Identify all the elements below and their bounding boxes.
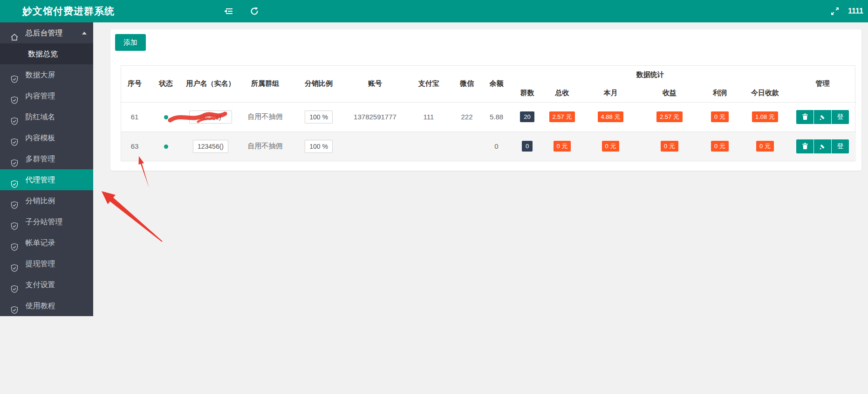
- sidebar-item-label: 代理管理: [25, 176, 55, 184]
- cell-alipay: 111: [405, 102, 452, 131]
- profit-badge: 0 元: [711, 141, 729, 152]
- col-header-today-income: 今日收款: [741, 84, 789, 102]
- shield-check-icon: [10, 196, 19, 205]
- this-month-badge: 0 元: [602, 141, 620, 152]
- sidebar-item-admin-root[interactable]: 总后台管理: [0, 22, 93, 43]
- sidebar-item-content-manage[interactable]: 内容管理: [0, 85, 93, 106]
- earnings-badge: 0 元: [661, 141, 678, 152]
- refresh-icon[interactable]: [250, 7, 259, 16]
- delete-button[interactable]: [796, 139, 813, 153]
- total-income-badge: 0 元: [554, 141, 571, 152]
- status-dot-icon: [164, 115, 168, 119]
- ratio-box[interactable]: 100 %: [305, 111, 333, 124]
- group-count-badge: 20: [520, 111, 534, 122]
- this-month-badge: 4.88 元: [598, 111, 624, 122]
- sidebar: 总后台管理 数据总览 数据大屏 内容管理 防红域名: [0, 22, 93, 316]
- app-title: 妙文馆付费进群系统: [22, 0, 115, 22]
- ratio-box[interactable]: 100 %: [305, 140, 333, 153]
- sidebar-item-content-template[interactable]: 内容模板: [0, 127, 93, 148]
- cell-account: 13782591777: [345, 102, 405, 131]
- agent-table-card: 添加 序号 状态 用户名（实名） 所属群组 分: [110, 29, 861, 171]
- col-header-balance: 余额: [482, 66, 511, 102]
- shield-check-icon: [10, 91, 19, 100]
- trash-icon: [802, 113, 808, 120]
- pencil-icon: [820, 143, 826, 150]
- fullscreen-icon[interactable]: [830, 7, 840, 16]
- table-row: 63 123456() 自用不抽佣 100 % 0 0 0 元 0 元 0 元: [121, 131, 856, 161]
- sidebar-item-antired-domain[interactable]: 防红域名: [0, 106, 93, 127]
- sidebar-item-substation[interactable]: 子分站管理: [0, 211, 93, 232]
- cell-balance: 5.88: [482, 102, 511, 131]
- username-box[interactable]: 123456(): [193, 140, 228, 153]
- cell-group: 自用不抽佣: [238, 131, 293, 161]
- login-as-button[interactable]: 登: [832, 110, 849, 124]
- sidebar-item-label: 使用教程: [25, 302, 55, 310]
- main-content: 添加 序号 状态 用户名（实名） 所属群组 分: [93, 22, 868, 394]
- sidebar-item-label: 内容模板: [25, 134, 55, 142]
- sidebar-item-bill-record[interactable]: 帐单记录: [0, 232, 93, 253]
- col-header-total-income: 总收: [543, 84, 581, 102]
- sidebar-item-agent-manage[interactable]: 代理管理: [0, 169, 93, 190]
- pencil-icon: [820, 114, 826, 120]
- sidebar-item-withdraw-manage[interactable]: 提现管理: [0, 253, 93, 274]
- trash-icon: [802, 143, 808, 150]
- cell-seq: 63: [121, 131, 148, 161]
- shield-check-icon: [10, 259, 19, 268]
- col-header-alipay: 支付宝: [405, 66, 452, 102]
- sidebar-item-label: 帐单记录: [25, 239, 55, 247]
- cell-wechat: [452, 131, 482, 161]
- cell-balance: 0: [482, 131, 511, 161]
- sidebar-item-label: 子分站管理: [25, 218, 62, 226]
- shield-check-icon: [10, 133, 19, 142]
- sidebar-item-payment-settings[interactable]: 支付设置: [0, 274, 93, 295]
- col-header-this-month: 本月: [581, 84, 640, 102]
- col-header-wechat: 微信: [452, 66, 482, 102]
- sidebar-item-tutorial[interactable]: 使用教程: [0, 295, 93, 316]
- shield-check-icon: [10, 70, 19, 79]
- shield-check-icon: [10, 175, 19, 184]
- edit-button[interactable]: [814, 110, 831, 124]
- add-button[interactable]: 添加: [115, 34, 146, 51]
- col-header-account: 账号: [345, 66, 405, 102]
- group-count-badge: 0: [522, 141, 533, 152]
- cell-wechat: 222: [452, 102, 482, 131]
- shield-check-icon: [10, 154, 19, 163]
- sidebar-item-distribution-ratio[interactable]: 分销比例: [0, 190, 93, 211]
- col-header-manage: 管理: [789, 66, 856, 102]
- user-badge[interactable]: 1111: [848, 0, 863, 22]
- sidebar-item-data-overview[interactable]: 数据总览: [0, 43, 93, 64]
- col-header-username: 用户名（实名）: [184, 66, 238, 102]
- col-header-group-count: 群数: [511, 84, 543, 102]
- shield-check-icon: [10, 112, 19, 121]
- col-header-status: 状态: [148, 66, 184, 102]
- sidebar-item-label: 防红域名: [25, 113, 55, 121]
- sidebar-item-label: 数据大屏: [25, 71, 55, 79]
- sidebar-item-label: 多群管理: [25, 155, 55, 163]
- table-row: 61 (妙文1) 自用不抽佣 100: [121, 102, 856, 131]
- username-box[interactable]: (妙文1): [189, 111, 232, 124]
- delete-button[interactable]: [796, 110, 813, 124]
- sidebar-item-label: 内容管理: [25, 92, 55, 100]
- cell-alipay: [405, 131, 452, 161]
- col-header-ratio: 分销比例: [293, 66, 345, 102]
- agent-table: 序号 状态 用户名（实名） 所属群组 分销比例 账号 支付宝 微信 余额 数据统…: [121, 65, 855, 161]
- edit-button[interactable]: [814, 139, 831, 153]
- home-icon: [10, 28, 19, 37]
- today-income-badge: 0 元: [756, 141, 774, 152]
- collapse-menu-icon[interactable]: [224, 7, 233, 16]
- col-header-seq: 序号: [121, 66, 148, 102]
- caret-up-icon: [82, 32, 87, 35]
- sidebar-item-multi-group[interactable]: 多群管理: [0, 148, 93, 169]
- sidebar-item-label: 总后台管理: [25, 29, 62, 37]
- today-income-badge: 1.08 元: [752, 111, 778, 122]
- login-as-button[interactable]: 登: [832, 139, 849, 153]
- col-header-stats-group: 数据统计: [511, 66, 789, 84]
- sidebar-item-label: 数据总览: [28, 50, 58, 58]
- app-header: 妙文馆付费进群系统 1111: [0, 0, 868, 22]
- sidebar-item-label: 提现管理: [25, 260, 55, 268]
- shield-check-icon: [10, 280, 19, 289]
- sidebar-item-label: 支付设置: [25, 281, 55, 289]
- cell-account: [345, 131, 405, 161]
- sidebar-item-data-screen[interactable]: 数据大屏: [0, 64, 93, 85]
- shield-check-icon: [10, 301, 19, 310]
